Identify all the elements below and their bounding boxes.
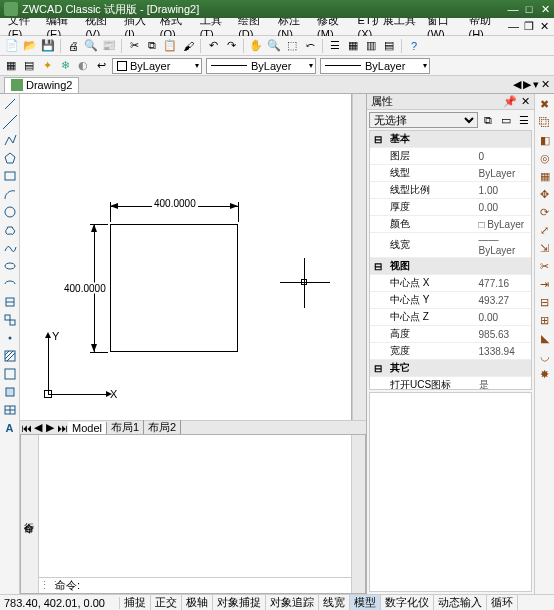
tab-menu[interactable]: ▾ <box>533 78 539 91</box>
chamfer-tool[interactable]: ◣ <box>537 330 553 346</box>
tab-layout1[interactable]: 布局1 <box>107 420 144 435</box>
pickadd-button[interactable]: ☰ <box>516 112 532 128</box>
close-button[interactable]: ✕ <box>538 3 552 15</box>
properties-grid[interactable]: ⊟基本图层0线型ByLayer线型比例1.00厚度0.00颜色□ ByLayer… <box>369 130 532 390</box>
status-cycle[interactable]: 循环 <box>487 595 518 610</box>
hatch-tool[interactable] <box>2 348 18 364</box>
fillet-tool[interactable]: ◡ <box>537 348 553 364</box>
status-polar[interactable]: 极轴 <box>182 595 213 610</box>
scale-tool[interactable]: ⤢ <box>537 222 553 238</box>
layer-freeze-button[interactable]: ❄ <box>58 59 72 73</box>
array-tool[interactable]: ▦ <box>537 168 553 184</box>
undo-button[interactable]: ↶ <box>205 38 221 54</box>
polygon-tool[interactable] <box>2 150 18 166</box>
break-tool[interactable]: ⊟ <box>537 294 553 310</box>
match-button[interactable]: 🖌 <box>180 38 196 54</box>
layout-nav-prev[interactable]: ◀ <box>32 421 44 434</box>
command-vscrollbar[interactable] <box>351 435 365 593</box>
status-tablet[interactable]: 数字化仪 <box>381 595 434 610</box>
layer-off-button[interactable]: ◐ <box>76 59 90 73</box>
tab-nav-left[interactable]: ◀ <box>513 78 521 91</box>
command-history[interactable] <box>39 435 351 577</box>
status-lwt[interactable]: 线宽 <box>319 595 350 610</box>
prop-row[interactable]: 颜色□ ByLayer <box>370 216 531 233</box>
tab-model[interactable]: Model <box>68 422 107 434</box>
prop-row[interactable]: 中心点 X477.16 <box>370 275 531 292</box>
canvas-hscrollbar[interactable] <box>181 420 366 434</box>
pline-tool[interactable] <box>2 132 18 148</box>
status-snap[interactable]: 捕捉 <box>120 595 151 610</box>
prop-row[interactable]: 打开UCS图标是 <box>370 377 531 391</box>
doc-restore-button[interactable]: ❐ <box>520 20 534 33</box>
quick-select-button[interactable]: ⧉ <box>480 112 496 128</box>
gradient-tool[interactable] <box>2 366 18 382</box>
status-dyn[interactable]: 动态输入 <box>434 595 487 610</box>
offset-tool[interactable]: ◎ <box>537 150 553 166</box>
doc-minimize-button[interactable]: — <box>504 20 518 33</box>
calc-button[interactable]: ▤ <box>381 38 397 54</box>
insert-tool[interactable] <box>2 294 18 310</box>
tab-nav-right[interactable]: ▶ <box>523 78 531 91</box>
linetype-combo[interactable]: ByLayer <box>206 58 316 74</box>
arc-tool[interactable] <box>2 186 18 202</box>
color-combo[interactable]: ByLayer <box>112 58 202 74</box>
status-osnap[interactable]: 对象捕捉 <box>213 595 266 610</box>
layer-mgr-button[interactable]: ▦ <box>4 59 18 73</box>
copy-button[interactable]: ⧉ <box>144 38 160 54</box>
redo-button[interactable]: ↷ <box>223 38 239 54</box>
panel-close-button[interactable]: ✕ <box>521 95 530 108</box>
zoom-prev-button[interactable]: ⤺ <box>302 38 318 54</box>
selection-combo[interactable]: 无选择 <box>369 112 478 128</box>
region-tool[interactable] <box>2 384 18 400</box>
lineweight-combo[interactable]: ByLayer <box>320 58 430 74</box>
props-button[interactable]: ☰ <box>327 38 343 54</box>
prop-row[interactable]: 线型ByLayer <box>370 165 531 182</box>
prop-row[interactable]: 高度985.63 <box>370 326 531 343</box>
line-tool[interactable] <box>2 96 18 112</box>
tab-close[interactable]: ✕ <box>541 78 550 91</box>
circle-tool[interactable] <box>2 204 18 220</box>
publish-button[interactable]: 📰 <box>101 38 117 54</box>
spline-tool[interactable] <box>2 240 18 256</box>
layer-states-button[interactable]: ▤ <box>22 59 36 73</box>
select-obj-button[interactable]: ▭ <box>498 112 514 128</box>
dc-button[interactable]: ▦ <box>345 38 361 54</box>
ellipse-arc-tool[interactable] <box>2 276 18 292</box>
layout-nav-next[interactable]: ▶ <box>44 421 56 434</box>
command-input[interactable] <box>82 579 351 593</box>
stretch-tool[interactable]: ⇲ <box>537 240 553 256</box>
pan-button[interactable]: ✋ <box>248 38 264 54</box>
open-button[interactable]: 📂 <box>22 38 38 54</box>
status-ortho[interactable]: 正交 <box>151 595 182 610</box>
help-button[interactable]: ? <box>406 38 422 54</box>
panel-pin-button[interactable]: 📌 <box>503 95 517 108</box>
prop-row[interactable]: 中心点 Y493.27 <box>370 292 531 309</box>
tab-layout2[interactable]: 布局2 <box>144 420 181 435</box>
rect-tool[interactable] <box>2 168 18 184</box>
mirror-tool[interactable]: ◧ <box>537 132 553 148</box>
table-tool[interactable] <box>2 402 18 418</box>
status-coords[interactable]: 783.40, 402.01, 0.00 <box>0 597 120 609</box>
mtext-tool[interactable]: A <box>2 420 18 436</box>
layout-nav-last[interactable]: ⏭ <box>56 422 68 434</box>
prop-group-misc[interactable]: ⊟其它 <box>370 360 531 377</box>
maximize-button[interactable]: □ <box>522 3 536 15</box>
copy-tool[interactable]: ⿻ <box>537 114 553 130</box>
print-button[interactable]: 🖨 <box>65 38 81 54</box>
doc-tab-active[interactable]: Drawing2 <box>4 77 79 93</box>
minimize-button[interactable]: — <box>506 3 520 15</box>
revcloud-tool[interactable] <box>2 222 18 238</box>
explode-tool[interactable]: ✸ <box>537 366 553 382</box>
save-button[interactable]: 💾 <box>40 38 56 54</box>
status-otrack[interactable]: 对象追踪 <box>266 595 319 610</box>
point-tool[interactable] <box>2 330 18 346</box>
prop-row[interactable]: 宽度1338.94 <box>370 343 531 360</box>
tool-pal-button[interactable]: ▥ <box>363 38 379 54</box>
prop-group-view[interactable]: ⊟视图 <box>370 258 531 275</box>
move-tool[interactable]: ✥ <box>537 186 553 202</box>
layer-prev-button[interactable]: ↩ <box>94 59 108 73</box>
rotate-tool[interactable]: ⟳ <box>537 204 553 220</box>
prop-group-basic[interactable]: ⊟基本 <box>370 131 531 148</box>
zoom-win-button[interactable]: ⬚ <box>284 38 300 54</box>
trim-tool[interactable]: ✂ <box>537 258 553 274</box>
